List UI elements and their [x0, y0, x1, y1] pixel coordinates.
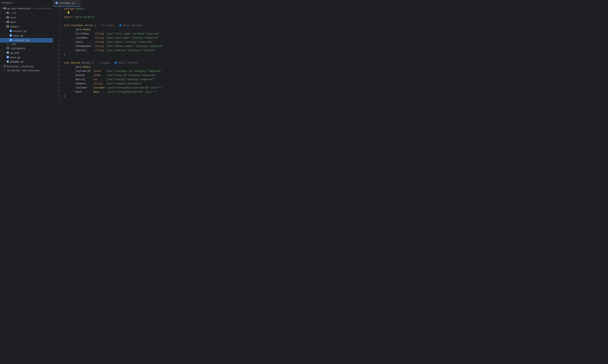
code-row-23: 23 [53, 98, 608, 103]
folder-icon [6, 25, 10, 28]
line-number-21: 21 [53, 90, 62, 94]
editor-area: gocustomer.go× 1package models2 💡3import… [53, 0, 608, 364]
line-number-14: 14 [53, 61, 62, 65]
code-row-2: 2 💡 [53, 11, 608, 15]
tree-item-book.go[interactable]: gobook.go [0, 33, 53, 38]
line-number-19: 19 [53, 82, 62, 86]
line-number-23: 23 [53, 98, 62, 103]
line-number-1: 1 [53, 7, 62, 11]
code-line-10: PhoneNumber string `json:"phone_number" … [62, 44, 608, 48]
line-number-22: 22 [53, 94, 62, 98]
scratch-icon: ≡ [3, 69, 6, 72]
tree-arrow-core: ▸ [3, 16, 6, 19]
tab-label-customer.go: customer.go [59, 2, 75, 4]
project-header[interactable]: Project ▾ [0, 0, 53, 6]
env-icon: ≡ [6, 43, 10, 46]
folder-icon [6, 16, 10, 19]
code-line-16: CustomerID int64 `json:"customer_id" bin… [62, 69, 608, 73]
tree-item-external-libraries[interactable]: ▸External Libraries [0, 64, 53, 69]
line-number-5: 5 [53, 24, 62, 27]
code-row-8: 8 LastName string `json:"last_name" bind… [53, 36, 608, 40]
project-label: Project [2, 2, 12, 4]
folder-icon [6, 20, 10, 24]
code-line-1: package models [62, 7, 608, 11]
tree-item-customer.go[interactable]: gocustomer.go [0, 38, 53, 42]
go-icon: go [9, 29, 13, 33]
code-line-6: gorm.Model [62, 27, 608, 32]
tree-item-.gitignore[interactable]: .gitignore [0, 46, 53, 51]
svg-rect-1 [3, 7, 4, 8]
code-row-10: 10 PhoneNumber string `json:"phone_numbe… [53, 44, 608, 48]
tree-label-author.go: author.go [13, 30, 26, 33]
svg-text:M↓: M↓ [7, 61, 9, 63]
go-icon: go [6, 56, 10, 59]
tree-item-core[interactable]: ▸core [0, 15, 53, 20]
tree-item-run[interactable]: ▸.run [0, 11, 53, 15]
svg-text:go: go [56, 2, 57, 4]
code-line-21: Book Book `gorm:"foreignKey:BookID" json… [62, 90, 608, 94]
tree-item-misc[interactable]: ▸misc [0, 20, 53, 24]
line-number-10: 10 [53, 44, 62, 48]
go-icon: go [9, 34, 13, 38]
code-row-14: 14type Review struct { 5 usages 👤 Mukul … [53, 61, 608, 65]
tree-item-root[interactable]: ▾go-gin-bookstore~/GolandProjects/go-gin… [0, 6, 53, 11]
code-row-12: 12} [53, 52, 608, 57]
code-row-22: 22} [53, 94, 608, 98]
tab-bar: gocustomer.go× [53, 0, 608, 7]
code-line-5: type Customer struct { 12 usages 👤 Mukul… [62, 24, 608, 27]
line-number-7: 7 [53, 32, 62, 36]
tree-arrow-root: ▾ [0, 7, 3, 10]
tab-close-customer.go[interactable]: × [76, 2, 79, 5]
svg-rect-7 [6, 21, 8, 22]
svg-rect-9 [6, 26, 8, 26]
svg-text:go: go [10, 39, 12, 41]
code-row-5: 5type Customer struct { 12 usages 👤 Muku… [53, 24, 608, 27]
line-number-9: 9 [53, 40, 62, 44]
code-row-20: 20 Customer Customer `gorm:"foreignKey:C… [53, 86, 608, 90]
tree-item-main.go[interactable]: gomain.go [0, 55, 53, 60]
ext-icon [3, 65, 6, 68]
tree-label-go.mod: go.mod [10, 52, 19, 54]
readme-icon: M↓ [6, 60, 10, 64]
line-number-3: 3 [53, 15, 62, 19]
code-line-17: BookID int64 `json:"book_id" binding:"re… [62, 73, 608, 78]
code-line-22: } [62, 94, 608, 98]
svg-text:go: go [10, 30, 12, 32]
line-number-17: 17 [53, 73, 62, 78]
tree-label-models: models [10, 25, 19, 28]
tree-label-book.go: book.go [13, 34, 24, 37]
tree-arrow-models: ▾ [3, 26, 6, 28]
code-row-4: 4 [53, 19, 608, 24]
code-line-13 [62, 57, 608, 61]
editor-content[interactable]: 1package models2 💡3import "gorm.io/gorm"… [53, 7, 608, 364]
tab-customer.go[interactable]: gocustomer.go× [53, 0, 80, 7]
tree-item-go.mod[interactable]: ▸Mgo.mod [0, 51, 53, 55]
code-row-16: 16 CustomerID int64 `json:"customer_id" … [53, 69, 608, 73]
code-line-4 [62, 19, 608, 24]
code-line-20: Customer Customer `gorm:"foreignKey:Cust… [62, 86, 608, 90]
tree-item-README.md[interactable]: M↓README.md [0, 60, 53, 64]
tree-item-author.go[interactable]: goauthor.go [0, 29, 53, 33]
tree-label-customer.go: customer.go [13, 39, 29, 42]
code-line-12: } [62, 52, 608, 57]
tree-item-.env[interactable]: ≡.env [0, 42, 53, 46]
svg-text:go: go [7, 56, 9, 58]
line-number-12: 12 [53, 52, 62, 57]
chevron-icon: ▾ [13, 1, 14, 4]
code-row-6: 6 gorm.Model [53, 27, 608, 32]
tree-item-scratches[interactable]: ▸≡Scratches and Consoles [0, 69, 53, 72]
tree-arrow-run: ▸ [3, 12, 6, 14]
tree-arrow-go.mod: ▸ [3, 52, 6, 54]
line-number-15: 15 [53, 65, 62, 69]
tree-item-models[interactable]: ▾models [0, 24, 53, 29]
file-tree: ▾go-gin-bookstore~/GolandProjects/go-gin… [0, 6, 53, 364]
folder-icon [3, 7, 6, 10]
gitignore-icon [6, 47, 10, 50]
tree-arrow-external-libraries: ▸ [0, 65, 3, 68]
line-number-8: 8 [53, 36, 62, 40]
code-line-3: import "gorm.io/gorm" [62, 15, 608, 19]
svg-text:go: go [10, 35, 12, 36]
tree-label-scratches: Scratches and Consoles [7, 69, 40, 72]
line-number-2: 2 [53, 11, 62, 15]
code-line-8: LastName string `json:"last_name" bindin… [62, 36, 608, 40]
